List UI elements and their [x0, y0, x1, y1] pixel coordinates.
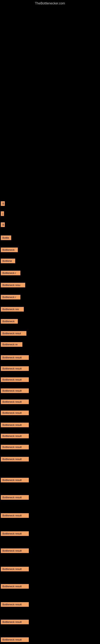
bottleneck-item-32: Bottleneck result — [0, 618, 29, 626]
bottleneck-item-29: Bottleneck result — [0, 566, 29, 573]
bottleneck-item-23: Bottleneck result — [0, 456, 29, 464]
bottleneck-item-7: Bottleneck r — [0, 270, 21, 277]
bottleneck-item-27: Bottleneck result — [0, 530, 29, 538]
bottleneck-badge: Bottleneck result — [1, 434, 29, 438]
bottleneck-badge: Bottleneck result — [1, 584, 29, 589]
bottleneck-item-14: Bottleneck result — [0, 354, 29, 362]
bottleneck-badge: Bottleneck result — [1, 445, 29, 450]
bottleneck-item-15: Bottleneck result — [0, 365, 29, 373]
bottleneck-item-31: Bottleneck result — [0, 601, 29, 609]
bottleneck-item-2: | — [0, 210, 4, 218]
bottleneck-item-24: Bottleneck result — [0, 476, 29, 484]
bottleneck-item-19: Bottleneck result — [0, 409, 29, 417]
bottleneck-badge: Bottleneck re — [1, 342, 22, 347]
bottleneck-badge: Bottleneck r — [1, 271, 20, 275]
bottleneck-badge: B — [1, 222, 5, 227]
bottleneck-item-30: Bottleneck result — [0, 583, 29, 591]
bottleneck-badge: Bottleneck result — [1, 637, 29, 642]
bottleneck-item-4: Bottle — [0, 234, 12, 242]
bottleneck-item-6: Bottlene — [0, 258, 16, 265]
bottleneck-item-25: Bottleneck result — [0, 494, 29, 502]
bottleneck-badge: Bottleneck — [1, 319, 18, 324]
bottleneck-badge: Bottleneck result — [1, 548, 29, 553]
bottleneck-badge: Bottleneck r — [1, 295, 20, 300]
bottleneck-badge: Bottleneck result — [1, 410, 29, 415]
bottleneck-item-10: Bottleneck res — [0, 306, 24, 314]
bottleneck-item-21: Bottleneck result — [0, 432, 29, 440]
site-title: TheBottlenecker.com — [0, 0, 100, 7]
bottleneck-badge: Bottleneck result — [1, 495, 29, 500]
bottleneck-badge: Bottleneck result — [1, 355, 29, 360]
bottleneck-item-17: Bottleneck result — [0, 387, 29, 395]
bottleneck-item-33: Bottleneck result — [0, 636, 29, 644]
bottleneck-item-11: Bottleneck — [0, 318, 18, 326]
bottleneck-badge: Bottleneck resu — [1, 283, 25, 288]
bottleneck-item-9: Bottleneck r — [0, 294, 21, 302]
bottleneck-badge: Bottleneck result — [1, 567, 29, 571]
bottleneck-badge: Bottleneck res — [1, 307, 24, 312]
bottleneck-badge: Bottleneck result — [1, 388, 29, 393]
bottleneck-badge: Bottleneck result — [1, 478, 29, 482]
bottleneck-badge: Bottleneck result — [1, 602, 29, 607]
bottleneck-badge: Bottleneck — [1, 248, 18, 252]
bottleneck-badge: Bottleneck result — [1, 531, 29, 536]
bottleneck-badge: Bottleneck resul — [1, 331, 26, 336]
bottleneck-item-1: B — [0, 200, 5, 208]
bottleneck-item-13: Bottleneck re — [0, 341, 23, 349]
bottleneck-item-8: Bottleneck resu — [0, 282, 26, 290]
bottleneck-badge: Bottleneck result — [1, 366, 29, 371]
bottleneck-badge: Bottleneck result — [1, 400, 29, 404]
bottleneck-item-20: Bottleneck result — [0, 422, 29, 429]
bottleneck-item-26: Bottleneck result — [0, 512, 29, 520]
bottleneck-item-3: B — [0, 221, 5, 229]
bottleneck-item-12: Bottleneck resul — [0, 330, 27, 338]
bottleneck-badge: Bottleneck result — [1, 513, 29, 518]
bottleneck-item-5: Bottleneck — [0, 246, 18, 254]
bottleneck-badge: B — [1, 201, 5, 206]
bottleneck-badge: Bottleneck result — [1, 422, 29, 427]
bottleneck-badge: Bottleneck result — [1, 457, 29, 462]
bottleneck-badge: Bottleneck result — [1, 377, 29, 382]
bottleneck-badge: Bottlene — [1, 258, 15, 263]
bottleneck-badge: Bottle — [1, 236, 11, 240]
bottleneck-item-22: Bottleneck result — [0, 444, 29, 452]
bottleneck-item-18: Bottleneck result — [0, 398, 29, 406]
bottleneck-badge: | — [1, 211, 4, 216]
bottleneck-badge: Bottleneck result — [1, 620, 29, 624]
bottleneck-item-16: Bottleneck result — [0, 376, 29, 384]
bottleneck-item-28: Bottleneck result — [0, 547, 29, 555]
